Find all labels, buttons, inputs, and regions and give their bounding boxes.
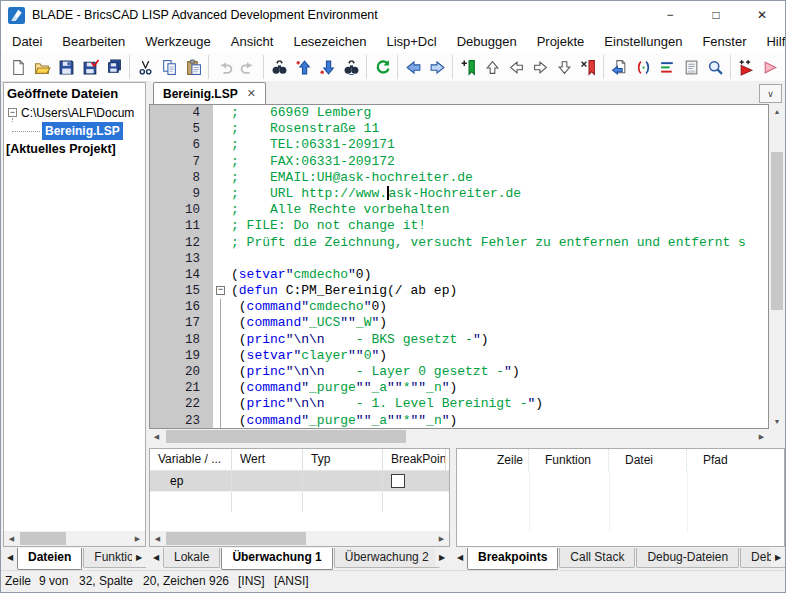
line-number[interactable]: 9 [150,186,213,202]
scroll-left-icon[interactable]: ◀ [4,531,19,546]
code-line[interactable]: 6; TEL:06331-209171 [150,137,768,153]
close-button[interactable]: ✕ [739,1,785,29]
menu-item-projekte[interactable]: Projekte [527,34,595,49]
code-line[interactable]: 18 (princ"\n\n - BKS gesetzt -") [150,332,768,348]
go-left-button[interactable] [504,56,528,78]
scroll-thumb[interactable] [166,532,306,545]
menu-item-datei[interactable]: Datei [2,34,52,49]
code-line[interactable]: 8; EMAIL:UH@ask-hochreiter.de [150,170,768,186]
line-number[interactable]: 17 [150,315,213,331]
scroll-left-icon[interactable]: ◀ [150,531,165,546]
bookmark-remove-button[interactable] [576,56,600,78]
tab-close-icon[interactable]: ✕ [247,87,256,100]
editor-hscrollbar[interactable]: ◀ ▶ [149,429,769,444]
code-line[interactable]: 4; 66969 Lemberg [150,105,768,121]
debug-run-button[interactable] [782,56,785,78]
tabstrip-scroll-left[interactable]: ◀ [453,548,467,567]
watch-column-header-typ[interactable]: Typ [303,449,383,470]
line-number[interactable]: 12 [150,235,213,251]
go-up-button[interactable] [480,56,504,78]
save-all-button[interactable] [102,56,126,78]
navigate-back-button[interactable] [401,56,425,78]
scroll-down-icon[interactable]: ▼ [769,414,785,429]
tabstrip-scroll-right[interactable]: ▶ [132,548,146,567]
line-number[interactable]: 14 [150,267,213,283]
scroll-thumb[interactable] [771,152,783,310]
copy-button[interactable] [157,56,181,78]
scroll-right-icon[interactable]: ▶ [130,531,145,546]
navigate-forward-button[interactable] [425,56,449,78]
paste-button[interactable] [181,56,205,78]
selected-file-label[interactable]: Bereinig.LSP [42,122,123,140]
format-code-button[interactable] [655,56,679,78]
breakpoints-column-header-pfad[interactable]: Pfad [687,449,782,471]
maximize-button[interactable]: □ [693,1,739,29]
line-number[interactable]: 15 [150,283,213,299]
go-right-button[interactable] [528,56,552,78]
tab-debug-dateien[interactable]: Debug-Dateien [636,548,739,568]
tabstrip-scroll-left[interactable]: ◀ [149,548,163,567]
menu-item-lesezeichen[interactable]: Lesezeichen [283,34,376,49]
breakpoint-checkbox[interactable] [391,474,405,488]
undo-button[interactable] [212,56,236,78]
code-line[interactable]: 10; Alle Rechte vorbehalten [150,202,768,218]
code-line[interactable]: 12; Prüft die Zeichnung, versucht Fehler… [150,235,768,251]
fold-collapse-icon[interactable]: − [216,286,225,295]
open-files-hscrollbar[interactable]: ◀ ▶ [4,531,145,546]
breakpoints-column-header-zeile[interactable]: Zeile [457,449,529,471]
menu-item-lisp-dcl[interactable]: Lisp+Dcl [376,34,446,49]
menu-item-ansicht[interactable]: Ansicht [221,34,284,49]
tab-call-stack[interactable]: Call Stack [559,548,635,568]
scroll-thumb[interactable] [20,532,66,545]
find-in-files-button[interactable] [339,56,363,78]
scroll-left-icon[interactable]: ◀ [149,429,164,444]
menu-item-bearbeiten[interactable]: Bearbeiten [52,34,135,49]
tab-breakpoints[interactable]: Breakpoints [467,548,558,570]
editor-tab[interactable]: Bereinig.LSP ✕ [153,82,266,104]
tree-node-file[interactable]: Bereinig.LSP [4,122,145,141]
redo-button[interactable] [236,56,260,78]
line-number[interactable]: 16 [150,299,213,315]
print-preview-button[interactable] [679,56,703,78]
tabstrip-scroll-right[interactable]: ▶ [435,548,449,567]
debug-run-fast-button[interactable] [734,56,758,78]
line-number[interactable]: 20 [150,364,213,380]
menu-item-werkzeuge[interactable]: Werkzeuge [135,34,221,49]
save-file-check-button[interactable] [78,56,102,78]
code-line[interactable]: 16 (command"cmdecho"0) [150,299,768,315]
code-line[interactable]: 19 (setvar"clayer""0") [150,348,768,364]
watch-column-header-wert[interactable]: Wert [232,449,303,470]
watch-row[interactable]: ep [150,471,449,491]
code-line[interactable]: 9; URL http://www.ask-Hochreiter.de [150,186,768,202]
tab-list-dropdown-button[interactable]: ∨ [759,84,782,103]
line-number[interactable]: 22 [150,396,213,412]
code-line[interactable]: 11; FILE: Do not change it! [150,218,768,234]
watch-column-header-breakpoint[interactable]: BreakPoint [383,449,446,470]
scroll-up-icon[interactable]: ▲ [769,104,785,119]
save-file-button[interactable] [54,56,78,78]
breakpoints-column-header-datei[interactable]: Datei [609,449,687,471]
line-number[interactable]: 18 [150,332,213,348]
cut-button[interactable] [133,56,157,78]
scroll-right-icon[interactable]: ▶ [434,531,449,546]
load-lisp-button[interactable] [607,56,631,78]
line-number[interactable]: 13 [150,251,213,267]
menu-item-debuggen[interactable]: Debuggen [447,34,527,49]
line-number[interactable]: 4 [150,105,213,121]
code-line[interactable]: 20 (princ"\n\n - Layer 0 gesetzt -") [150,364,768,380]
tab-berwachung-2[interactable]: Überwachung 2 [334,548,440,568]
watch-row-empty[interactable] [150,491,449,512]
breakpoints-column-header-funktion[interactable]: Funktion [529,449,609,471]
tabstrip-scroll-left[interactable]: ◀ [3,548,17,567]
find-next-button[interactable] [315,56,339,78]
code-line[interactable]: 15−(defun C:PM_Bereinig(/ ab ep) [150,283,768,299]
open-file-button[interactable] [30,56,54,78]
tree-node-root[interactable]: − C:\Users\ALF\Docum [4,104,145,122]
code-line[interactable]: 13 [150,251,768,267]
line-number[interactable]: 19 [150,348,213,364]
scroll-right-icon[interactable]: ▶ [754,429,769,444]
find-previous-button[interactable] [291,56,315,78]
code-line[interactable]: 7; FAX:06331-209172 [150,154,768,170]
line-number[interactable]: 10 [150,202,213,218]
code-line[interactable]: 5; Rosenstraße 11 [150,121,768,137]
